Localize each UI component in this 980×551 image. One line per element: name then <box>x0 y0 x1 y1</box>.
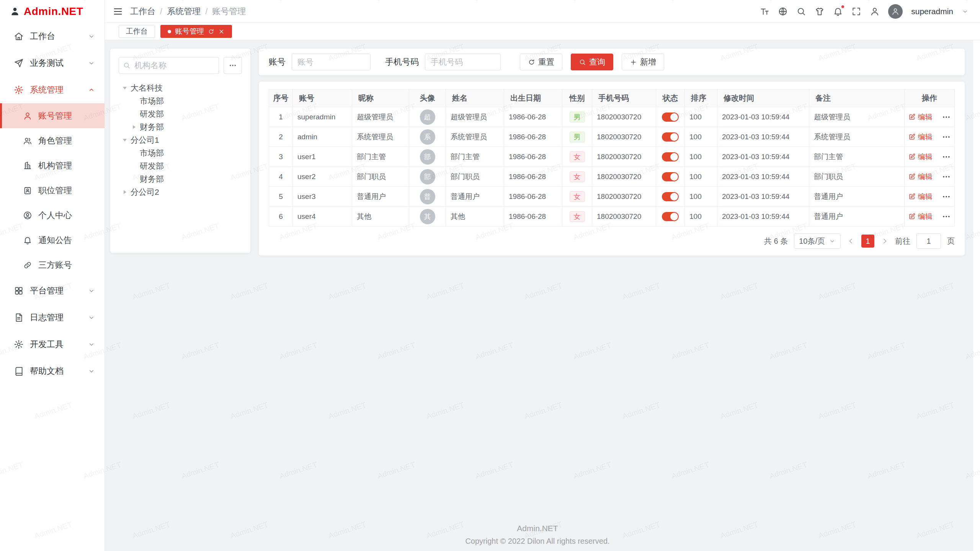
row-more-button[interactable] <box>942 133 951 141</box>
username[interactable]: superadmin <box>911 7 953 16</box>
page-number[interactable]: 1 <box>861 235 874 248</box>
account-input[interactable] <box>292 54 371 70</box>
theme-icon[interactable] <box>815 7 825 16</box>
next-page-button[interactable] <box>880 237 889 245</box>
org-more-button[interactable] <box>224 57 242 74</box>
cell-order: 100 <box>685 127 717 147</box>
status-toggle[interactable] <box>662 192 679 201</box>
tree-caret[interactable] <box>122 85 128 91</box>
sidebar-item-position[interactable]: 职位管理 <box>0 178 105 203</box>
sidebar-item-profile[interactable]: 个人中心 <box>0 203 105 228</box>
notification-icon[interactable] <box>833 7 843 16</box>
edit-button[interactable]: 编辑 <box>908 172 933 182</box>
column-header: 序号 <box>269 90 293 107</box>
more-dots-icon <box>942 113 951 121</box>
sidebar-item-business-test[interactable]: 业务测试 <box>0 50 105 77</box>
status-toggle[interactable] <box>662 132 679 142</box>
reset-button[interactable]: 重置 <box>520 54 562 70</box>
sidebar-item-org[interactable]: 机构管理 <box>0 153 105 178</box>
more-dots-icon <box>942 173 951 181</box>
sidebar-item-account[interactable]: 账号管理 <box>0 103 105 128</box>
cell-remark: 普通用户 <box>809 187 905 207</box>
tree-caret[interactable] <box>131 150 137 156</box>
logo[interactable]: Admin.NET <box>0 0 105 23</box>
sidebar-item-help[interactable]: 帮助文档 <box>0 358 105 385</box>
sidebar-item-platform[interactable]: 平台管理 <box>0 277 105 304</box>
tree-node[interactable]: 市场部 <box>119 147 242 160</box>
tree-caret[interactable] <box>131 163 137 169</box>
row-more-button[interactable] <box>942 173 951 181</box>
grid-icon <box>14 286 24 296</box>
org-search-input[interactable] <box>119 57 219 74</box>
tree-caret[interactable] <box>131 111 137 117</box>
status-toggle[interactable] <box>662 112 679 122</box>
tab-account[interactable]: 账号管理 <box>160 25 232 38</box>
breadcrumb-separator: / <box>205 7 207 16</box>
cell-birth: 1986-06-28 <box>504 207 562 227</box>
tree-caret[interactable] <box>131 124 137 130</box>
cell-nickname: 其他 <box>352 207 409 227</box>
row-more-button[interactable] <box>942 113 951 121</box>
goto-page-input[interactable] <box>916 233 941 249</box>
fullscreen-icon[interactable] <box>851 7 861 16</box>
tree-node[interactable]: 市场部 <box>119 95 242 108</box>
sidebar-item-devtools[interactable]: 开发工具 <box>0 331 105 358</box>
status-toggle[interactable] <box>662 172 679 181</box>
tree-caret[interactable] <box>131 98 137 104</box>
sidebar-item-role[interactable]: 角色管理 <box>0 128 105 153</box>
user-avatar[interactable] <box>888 4 903 19</box>
edit-button[interactable]: 编辑 <box>908 212 933 222</box>
text-size-icon[interactable] <box>760 7 769 16</box>
breadcrumb-item[interactable]: 系统管理 <box>167 6 201 17</box>
close-icon[interactable] <box>218 28 225 35</box>
tree-caret[interactable] <box>122 189 128 195</box>
sidebar-item-logs[interactable]: 日志管理 <box>0 304 105 331</box>
tree-node[interactable]: 研发部 <box>119 108 242 121</box>
language-icon[interactable] <box>778 7 788 16</box>
user-icon <box>23 111 32 121</box>
avatar: 超 <box>420 109 435 125</box>
tree-node[interactable]: 财务部 <box>119 121 242 134</box>
scrollbar-track[interactable] <box>973 40 980 551</box>
user-icon[interactable] <box>870 7 880 16</box>
tree-node[interactable]: 大名科技 <box>119 82 242 95</box>
cell-status <box>656 127 685 147</box>
status-toggle[interactable] <box>662 212 679 221</box>
tree-node[interactable]: 分公司2 <box>119 186 242 199</box>
edit-button[interactable]: 编辑 <box>908 132 933 142</box>
search-icon[interactable] <box>796 7 806 16</box>
tree-node[interactable]: 财务部 <box>119 173 242 186</box>
row-more-button[interactable] <box>942 212 951 221</box>
edit-icon <box>908 193 916 200</box>
column-header: 姓名 <box>446 90 504 107</box>
tree-node[interactable]: 研发部 <box>119 160 242 173</box>
sidebar-item-thirdparty[interactable]: 三方账号 <box>0 253 105 277</box>
column-header: 出生日期 <box>504 90 562 107</box>
tree-node-label: 分公司2 <box>131 187 159 197</box>
edit-button[interactable]: 编辑 <box>908 152 933 162</box>
tree-caret[interactable] <box>131 176 137 182</box>
prev-page-button[interactable] <box>847 237 855 245</box>
sidebar-item-notice[interactable]: 通知公告 <box>0 228 105 253</box>
sidebar-item-system[interactable]: 系统管理 <box>0 77 105 103</box>
page-size-select[interactable]: 10条/页 <box>794 233 841 249</box>
edit-button[interactable]: 编辑 <box>908 112 933 122</box>
row-more-button[interactable] <box>942 153 951 161</box>
breadcrumb-item[interactable]: 工作台 <box>130 6 155 17</box>
sidebar-item-workbench[interactable]: 工作台 <box>0 23 105 50</box>
phone-input[interactable] <box>425 54 501 70</box>
search-button[interactable]: 查询 <box>571 54 613 70</box>
add-button[interactable]: 新增 <box>622 54 664 70</box>
cell-mtime: 2023-01-03 10:59:44 <box>717 107 809 127</box>
tree-caret[interactable] <box>122 137 128 143</box>
menu-toggle-icon[interactable] <box>113 6 123 17</box>
row-more-button[interactable] <box>942 192 951 201</box>
status-toggle[interactable] <box>662 152 679 161</box>
chevron-down-icon[interactable] <box>962 8 969 15</box>
tree-node[interactable]: 分公司1 <box>119 134 242 147</box>
tab-workbench[interactable]: 工作台 <box>119 25 155 38</box>
edit-icon <box>908 173 916 180</box>
chevron-down-icon <box>88 341 95 348</box>
refresh-icon[interactable] <box>208 28 214 35</box>
edit-button[interactable]: 编辑 <box>908 192 933 202</box>
